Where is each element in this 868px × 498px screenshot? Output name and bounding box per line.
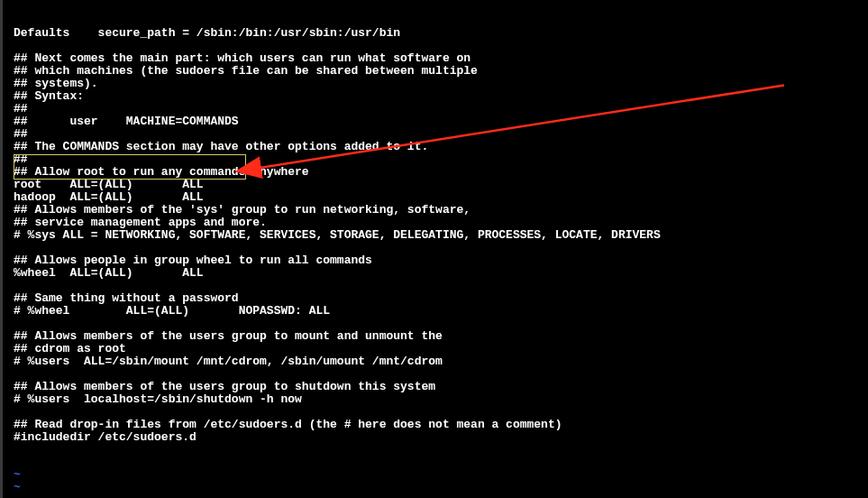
file-line: ## Next comes the main part: which users… xyxy=(14,52,868,65)
file-line: # %wheel ALL=(ALL) NOPASSWD: ALL xyxy=(14,305,868,318)
file-content: Defaults secure_path = /sbin:/bin:/usr/s… xyxy=(14,27,868,444)
file-line: ## Read drop-in files from /etc/sudoers.… xyxy=(14,419,868,431)
file-line: ## Allows members of the 'sys' group to … xyxy=(14,204,868,217)
vi-tilde-line: ~ xyxy=(14,482,868,494)
file-line: ## Same thing without a password xyxy=(14,292,868,305)
file-line xyxy=(14,368,868,381)
vi-tilde-line: ~ xyxy=(14,469,868,482)
file-line: ## The COMMANDS section may have other o… xyxy=(14,141,868,153)
terminal-viewport[interactable]: Defaults secure_path = /sbin:/bin:/usr/s… xyxy=(0,0,868,498)
file-line: ## xyxy=(14,103,868,115)
file-line xyxy=(14,242,868,254)
file-line: ## xyxy=(14,128,868,141)
file-line: %wheel ALL=(ALL) ALL xyxy=(14,267,868,280)
vi-empty-tildes: ~~~~~~ xyxy=(14,469,868,498)
file-line: ## Syntax: xyxy=(14,90,868,103)
file-line xyxy=(14,406,868,419)
file-line: ## cdrom as root xyxy=(14,343,868,355)
file-line: hadoop ALL=(ALL) ALL xyxy=(14,191,868,204)
file-line: ## Allows people in group wheel to run a… xyxy=(14,254,868,267)
file-line: ## service management apps and more. xyxy=(14,217,868,229)
file-line: ## user MACHINE=COMMANDS xyxy=(14,115,868,128)
file-line xyxy=(14,280,868,292)
file-line xyxy=(14,318,868,330)
file-line: ## which machines (the sudoers file can … xyxy=(14,65,868,78)
file-line: # %users localhost=/sbin/shutdown -h now xyxy=(14,393,868,406)
file-line: ## xyxy=(14,153,868,166)
file-line: ## Allows members of the users group to … xyxy=(14,330,868,343)
file-line: root ALL=(ALL) ALL xyxy=(14,179,868,191)
file-line xyxy=(14,40,868,52)
file-line: # %users ALL=/sbin/mount /mnt/cdrom, /sb… xyxy=(14,355,868,368)
file-line: ## systems). xyxy=(14,78,868,90)
file-line: # %sys ALL = NETWORKING, SOFTWARE, SERVI… xyxy=(14,229,868,242)
file-line: ## Allow root to run any commands anywhe… xyxy=(14,166,868,179)
file-line: ## Allows members of the users group to … xyxy=(14,381,868,393)
vi-tilde-line: ~ xyxy=(14,494,868,498)
file-line: #includedir /etc/sudoers.d xyxy=(14,431,868,444)
file-line: Defaults secure_path = /sbin:/bin:/usr/s… xyxy=(14,27,868,40)
